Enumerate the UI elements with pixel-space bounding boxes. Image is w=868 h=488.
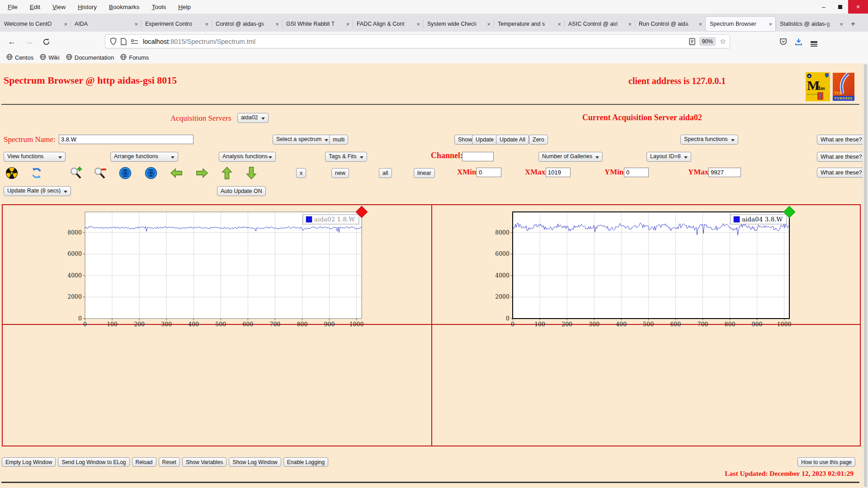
tab-close-icon[interactable]: × — [838, 21, 844, 28]
tab-close-icon[interactable]: × — [556, 21, 562, 28]
linear-button[interactable]: linear — [414, 168, 435, 178]
reload-button[interactable]: Reload — [132, 457, 156, 467]
browser-tab-temperature-and-s[interactable]: Temperature and s× — [494, 16, 564, 32]
page-icon[interactable] — [121, 38, 127, 45]
tab-close-icon[interactable]: × — [486, 21, 492, 28]
ymax-input[interactable] — [708, 168, 741, 177]
update-all-button[interactable]: Update All — [496, 135, 529, 145]
url-bar[interactable]: localhost:8015/Spectrum/Spectrum.tml 90%… — [105, 34, 730, 48]
radiation-icon[interactable] — [5, 166, 18, 180]
tab-close-icon[interactable]: × — [203, 21, 210, 28]
show-variables-button[interactable]: Show Variables — [182, 457, 227, 467]
browser-tab-run-control-aida[interactable]: Run Control @ aida× — [635, 16, 705, 32]
tab-close-icon[interactable]: × — [133, 21, 139, 28]
update-button[interactable]: Update — [472, 135, 497, 145]
url-text[interactable]: localhost:8015/Spectrum/Spectrum.tml — [143, 38, 685, 45]
tcl-powered-logo[interactable]: TCL POWERED — [833, 73, 854, 101]
zero-button[interactable]: Zero — [529, 135, 548, 145]
what-are-these-button-1[interactable]: What are these? — [817, 135, 866, 145]
scrollbar-thumb[interactable] — [864, 64, 867, 487]
show-log-window-button[interactable]: Show Log Window — [229, 457, 281, 467]
browser-tab-asic-control-aid[interactable]: ASIC Control @ aid× — [564, 16, 635, 32]
menu-edit[interactable]: Edit — [30, 4, 40, 10]
browser-tab-system-wide-check[interactable]: System wide Check× — [423, 16, 494, 32]
down-arrow-icon[interactable] — [245, 166, 258, 180]
browser-tab-control-aidas-gs[interactable]: Control @ aidas-gs× — [212, 16, 282, 32]
menu-icon[interactable] — [807, 35, 820, 48]
menu-file[interactable]: File — [8, 4, 18, 10]
tab-close-icon[interactable]: × — [627, 21, 633, 28]
what-are-these-button-2[interactable]: What are these? — [817, 152, 866, 162]
spectrum-chart-aida02-1-8-w[interactable]: 0100200300400500600700800900100002000400… — [63, 208, 371, 332]
tab-close-icon[interactable]: × — [767, 21, 774, 28]
arrange-functions-dropdown[interactable]: Arrange functions — [110, 152, 178, 162]
zoom-in-icon[interactable] — [70, 166, 82, 180]
star-icon[interactable]: ☆ — [720, 37, 726, 46]
bookmark-wiki[interactable]: Wiki — [40, 54, 60, 61]
bookmark-documentation[interactable]: Documentation — [66, 54, 114, 61]
menu-help[interactable]: Help — [178, 4, 191, 10]
xmin-input[interactable] — [476, 168, 501, 177]
browser-tab-spectrum-browser[interactable]: Spectrum Browser× — [705, 16, 776, 32]
reader-icon[interactable] — [689, 38, 695, 45]
browser-tab-experiment-contro[interactable]: Experiment Contro× — [141, 16, 212, 32]
how-to-use-button[interactable]: How to use this page — [797, 457, 855, 467]
view-functions-dropdown[interactable]: View functions — [4, 152, 66, 162]
tab-close-icon[interactable]: × — [415, 21, 421, 28]
minimize-button[interactable]: – — [816, 0, 832, 14]
pocket-icon[interactable] — [777, 35, 789, 48]
back-icon[interactable]: ← — [5, 35, 18, 48]
empty-log-window-button[interactable]: Empty Log Window — [2, 457, 56, 467]
bookmark-centos[interactable]: Centos — [6, 54, 33, 61]
select-spectrum-dropdown[interactable]: Select a spectrum — [273, 135, 332, 145]
spectra-functions-dropdown[interactable]: Spectra functions — [680, 135, 738, 145]
permissions-icon[interactable] — [131, 39, 138, 44]
update-rate-dropdown[interactable]: Update Rate (8 secs) — [4, 186, 71, 196]
browser-tab-statistics-aidas-g[interactable]: Statistics @ aidas-g× — [776, 16, 846, 32]
browser-tab-gsi-white-rabbit-t[interactable]: GSI White Rabbit T× — [282, 16, 353, 32]
left-arrow-icon[interactable] — [170, 166, 183, 180]
midas-logo[interactable]: M idas powered by — [806, 72, 830, 101]
tab-close-icon[interactable]: × — [697, 21, 703, 28]
maximize-button[interactable] — [832, 0, 848, 14]
new-button[interactable]: new — [331, 168, 349, 178]
close-button[interactable]: × — [848, 0, 868, 14]
analysis-functions-dropdown[interactable]: Analysis functions — [219, 152, 276, 162]
browser-tab-aida[interactable]: AIDA× — [71, 16, 141, 32]
tab-close-icon[interactable]: × — [344, 21, 351, 28]
reload-icon[interactable] — [40, 35, 52, 48]
multi-button[interactable]: multi — [329, 135, 348, 145]
acquisition-server-select[interactable]: aida02 — [237, 113, 269, 123]
layout-id-dropdown[interactable]: Layout ID=8 — [646, 152, 691, 162]
page-scrollbar[interactable] — [863, 63, 868, 488]
browser-tab-welcome-to-cento[interactable]: Welcome to CentO× — [0, 16, 71, 32]
compress-vertical-icon[interactable] — [119, 166, 132, 180]
expand-vertical-icon[interactable] — [145, 166, 157, 180]
all-button[interactable]: all — [379, 168, 392, 178]
browser-tab-fadc-align-cont[interactable]: FADC Align & Cont× — [353, 16, 423, 32]
zoom-out-icon[interactable] — [94, 166, 107, 180]
xmax-input[interactable] — [546, 168, 571, 177]
refresh-icon[interactable] — [30, 166, 43, 180]
spectrum-name-input[interactable] — [59, 135, 193, 144]
menu-bookmarks[interactable]: Bookmarks — [109, 4, 140, 10]
tab-close-icon[interactable]: × — [62, 21, 69, 28]
auto-update-button[interactable]: Auto Update ON — [217, 186, 266, 196]
zoom-level-badge[interactable]: 90% — [699, 37, 716, 46]
shield-icon[interactable] — [110, 38, 117, 45]
enable-logging-button[interactable]: Enable Logging — [283, 457, 328, 467]
download-icon[interactable] — [792, 35, 805, 48]
up-arrow-icon[interactable] — [221, 166, 233, 180]
channel-input[interactable] — [462, 152, 494, 161]
spectrum-chart-aida04-3-8-w[interactable]: 0100200300400500600700800900100002000400… — [491, 208, 798, 332]
send-log-window-to-elog-button[interactable]: Send Log Window to ELog — [58, 457, 129, 467]
menu-view[interactable]: View — [52, 4, 66, 10]
forward-icon[interactable]: → — [23, 35, 35, 48]
new-tab-button[interactable]: + — [846, 16, 860, 32]
number-of-galleries-dropdown[interactable]: Number of Galleries — [538, 152, 603, 162]
tags-fits-dropdown[interactable]: Tags & Fits — [325, 152, 367, 162]
ymin-input[interactable] — [624, 168, 649, 177]
x-axis-button[interactable]: x — [296, 168, 306, 178]
tab-close-icon[interactable]: × — [274, 21, 280, 28]
what-are-these-button-3[interactable]: What are these? — [817, 168, 866, 178]
